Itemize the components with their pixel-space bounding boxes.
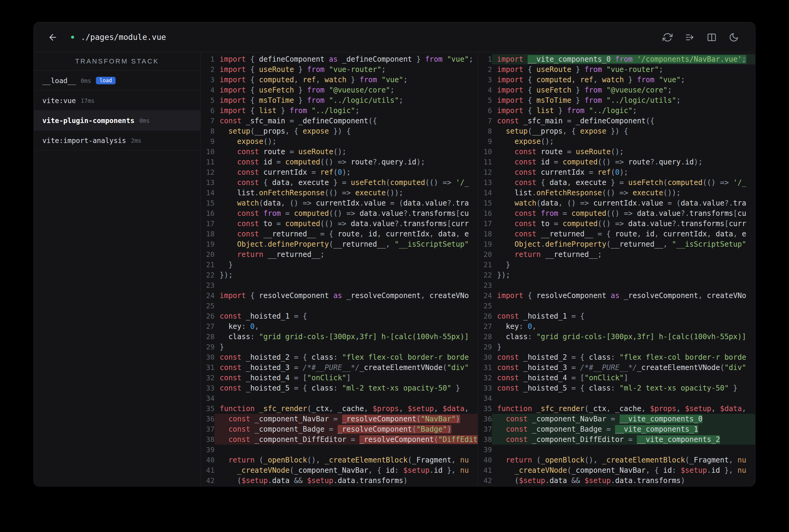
line-code: expose(); — [215, 136, 478, 147]
back-button[interactable] — [48, 32, 58, 42]
line-code: const _hoisted_3 = /*#__PURE__*/_createE… — [215, 362, 478, 373]
code-line: 24import { resolveComponent as _resolveC… — [478, 290, 755, 301]
code-line: 27 key: 0, — [478, 321, 755, 331]
line-number: 31 — [478, 362, 492, 373]
line-number: 17 — [201, 218, 215, 229]
line-code: const _hoisted_4 = ["onClick"] — [492, 373, 755, 383]
line-code: const id = computed(() => route?.query.i… — [215, 157, 478, 167]
line-number: 30 — [201, 352, 215, 362]
line-code: const _sfc_main = _defineComponent({ — [215, 116, 478, 126]
line-number: 20 — [478, 249, 492, 260]
code-line: 23 — [478, 280, 755, 290]
line-code: import { list } from "../logic"; — [492, 106, 755, 116]
code-line: 17 const to = computed(() => data.value?… — [201, 218, 478, 229]
moon-icon — [729, 32, 739, 42]
line-code: class: "grid grid-cols-[300px,3fr] h-[ca… — [492, 331, 755, 342]
code-line: 22}); — [201, 270, 478, 280]
line-code: return __returned__; — [492, 249, 755, 260]
code-line: 30const _hoisted_2 = { class: "flex flex… — [201, 352, 478, 362]
code-panel-left[interactable]: 1import { defineComponent as _defineComp… — [201, 52, 478, 486]
line-code: import __vite_components_0 from '/compon… — [492, 54, 755, 64]
line-number: 35 — [478, 403, 492, 414]
line-number: 3 — [478, 75, 492, 85]
code-line: 3import { computed, ref, watch } from "v… — [478, 75, 755, 85]
line-number: 15 — [201, 198, 215, 208]
line-code: const _sfc_main = _defineComponent({ — [492, 116, 755, 126]
line-code: const currentIdx = ref(0); — [215, 167, 478, 177]
code-line: 32const _hoisted_4 = ["onClick"] — [201, 373, 478, 383]
line-code: import { useFetch } from "@vueuse/core"; — [492, 85, 755, 95]
line-code: return (_openBlock(), _createElementBloc… — [215, 455, 478, 465]
line-code: import { useRoute } from "vue-router"; — [492, 64, 755, 75]
code-line: 10 const route = useRoute(); — [201, 147, 478, 157]
line-code: setup(__props, { expose }) { — [492, 126, 755, 136]
load-badge: load — [96, 77, 115, 84]
line-code: const _hoisted_2 = { class: "flex flex-c… — [215, 352, 478, 362]
code-line: 14 list.onFetchResponse(() => execute())… — [201, 188, 478, 198]
line-code: import { resolveComponent as _resolveCom… — [492, 290, 755, 301]
line-number: 30 — [478, 352, 492, 362]
refresh-button[interactable] — [663, 32, 673, 42]
expand-lines-button[interactable] — [685, 32, 695, 42]
line-code — [492, 280, 755, 290]
line-code: import { defineComponent as _defineCompo… — [215, 54, 478, 64]
line-number: 34 — [478, 393, 492, 403]
code-panel-right[interactable]: 1import __vite_components_0 from '/compo… — [478, 52, 755, 486]
theme-toggle-button[interactable] — [729, 32, 739, 42]
code-line: 29} — [201, 342, 478, 352]
code-line: 30const _hoisted_2 = { class: "flex flex… — [478, 352, 755, 362]
line-code: const { data, execute } = useFetch(compu… — [492, 177, 755, 188]
sidebar-item-load[interactable]: __load__ 0ms load — [34, 71, 200, 91]
line-code: const route = useRoute(); — [492, 147, 755, 157]
line-number: 4 — [478, 85, 492, 95]
line-number: 9 — [201, 136, 215, 147]
line-number: 33 — [478, 383, 492, 393]
plugin-name: vite:import-analysis — [42, 137, 126, 145]
line-code: const __returned__ = { route, id, curren… — [492, 229, 755, 239]
sidebar-item-vite-vue[interactable]: vite:vue 17ms — [34, 91, 200, 111]
arrow-right-lines-icon — [685, 32, 695, 42]
line-number: 40 — [478, 455, 492, 465]
code-line: 39 — [478, 445, 755, 455]
code-line: 38 const _component_DiffEditor = __vite_… — [478, 434, 755, 445]
code-line: 24import { resolveComponent as _resolveC… — [201, 290, 478, 301]
code-line: 9 expose(); — [478, 136, 755, 147]
line-code: import { resolveComponent as _resolveCom… — [215, 290, 478, 301]
code-line: 18 const __returned__ = { route, id, cur… — [478, 229, 755, 239]
line-number: 26 — [201, 311, 215, 321]
plugin-name: vite:vue — [42, 97, 76, 104]
code-line: 10 const route = useRoute(); — [478, 147, 755, 157]
line-code: watch(data, () => currentIdx.value = (da… — [215, 198, 478, 208]
code-line: 20 return __returned__; — [478, 249, 755, 260]
line-number: 23 — [201, 280, 215, 290]
line-code: } — [492, 260, 755, 270]
code-line: 36 const _component_NavBar = __vite_comp… — [478, 414, 755, 424]
plugin-time: 0ms — [140, 117, 150, 124]
line-number: 8 — [201, 126, 215, 136]
line-code: }); — [492, 270, 755, 280]
line-code — [215, 280, 478, 290]
code-line: 36 const _component_NavBar = _resolveCom… — [201, 414, 478, 424]
sidebar-item-vite-import-analysis[interactable]: vite:import-analysis 2ms — [34, 131, 200, 151]
split-view-button[interactable] — [707, 32, 717, 42]
line-code: const _component_DiffEditor = _resolveCo… — [215, 434, 478, 445]
line-code: const from = computed(() => data.value?.… — [215, 208, 478, 218]
code-line: 9 expose(); — [201, 136, 478, 147]
code-line: 28 class: "grid grid-cols-[300px,3fr] h-… — [478, 331, 755, 342]
line-code — [492, 301, 755, 311]
code-line: 39 — [201, 445, 478, 455]
code-line: 7const _sfc_main = _defineComponent({ — [201, 116, 478, 126]
line-number: 7 — [201, 116, 215, 126]
sidebar-item-vite-plugin-components[interactable]: vite-plugin-components 0ms — [34, 111, 200, 131]
line-number: 20 — [201, 249, 215, 260]
code-line: 19 Object.defineProperty(__returned__, "… — [201, 239, 478, 249]
line-number: 40 — [201, 455, 215, 465]
code-line: 33const _hoisted_5 = { class: "ml-2 text… — [201, 383, 478, 393]
line-number: 36 — [478, 414, 492, 424]
code-line: 19 Object.defineProperty(__returned__, "… — [478, 239, 755, 249]
line-number: 28 — [478, 331, 492, 342]
file-status-dot — [71, 36, 74, 39]
code-line: 12 const currentIdx = ref(0); — [478, 167, 755, 177]
line-number: 3 — [201, 75, 215, 85]
line-number: 6 — [201, 106, 215, 116]
